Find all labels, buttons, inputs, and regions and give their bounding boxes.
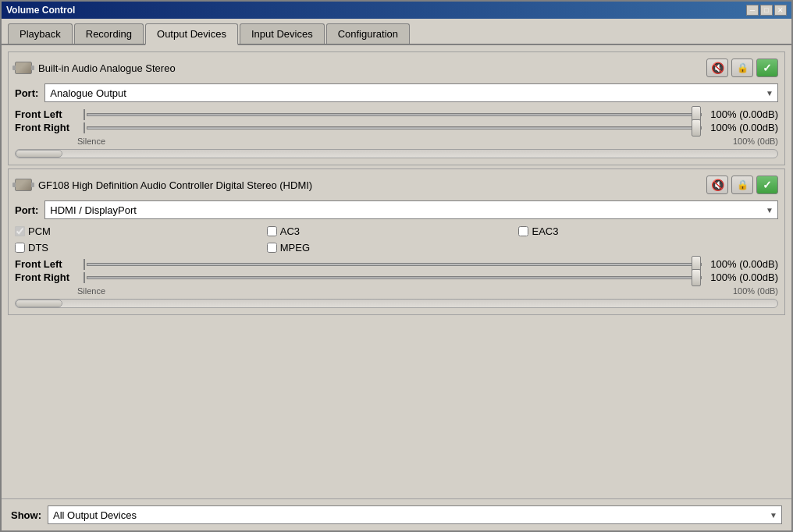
tab-recording[interactable]: Recording — [74, 23, 144, 44]
device-icon-1 — [15, 62, 32, 74]
checkbox-eac3: EAC3 — [518, 225, 770, 237]
titlebar-buttons: ─ □ ✕ — [746, 5, 787, 16]
checkbox-label-mpeg: MPEG — [280, 242, 310, 254]
device-name-2: GF108 High Definition Audio Controller D… — [38, 179, 312, 191]
tab-input-devices[interactable]: Input Devices — [240, 23, 325, 44]
maximize-button[interactable]: □ — [760, 5, 773, 16]
main-window: Volume Control ─ □ ✕ Playback Recording … — [0, 0, 793, 532]
device-name-1: Built-in Audio Analogue Stereo — [38, 62, 176, 74]
checkbox-dts: DTS — [15, 242, 267, 254]
device-controls-2: 🔇 🔒 ✓ — [706, 176, 778, 194]
checkboxes-row-1: PCM AC3 EAC3 — [15, 225, 778, 237]
slider-wrapper-front-right-1 — [84, 126, 702, 129]
device-header-left-2: GF108 High Definition Audio Controller D… — [15, 179, 312, 191]
mute-icon-2: 🔇 — [711, 179, 724, 191]
checkbox-label-ac3: AC3 — [280, 225, 300, 237]
port-select-1[interactable]: Analogue Output — [44, 83, 778, 102]
mute-icon-1: 🔇 — [711, 62, 724, 74]
channel-label-front-left-2: Front Left — [15, 258, 77, 270]
bottom-bar: Show: All Output Devices Hardware Output… — [2, 498, 791, 530]
port-select-wrapper-1: Analogue Output — [44, 83, 778, 102]
show-select-wrapper: All Output Devices Hardware Output Devic… — [48, 505, 782, 524]
checkbox-mpeg: MPEG — [267, 242, 519, 254]
device-section-2: GF108 High Definition Audio Controller D… — [8, 168, 785, 315]
slider-front-left-2[interactable] — [87, 263, 702, 266]
channel-label-front-right-2: Front Right — [15, 271, 77, 283]
channel-label-front-right-1: Front Right — [15, 122, 77, 133]
mute-button-2[interactable]: 🔇 — [706, 176, 728, 194]
scrollbar-2[interactable] — [15, 299, 778, 308]
checkbox-empty — [518, 242, 770, 254]
lock-button-2[interactable]: 🔒 — [731, 176, 753, 194]
checkbox-label-pcm: PCM — [28, 225, 51, 237]
show-select[interactable]: All Output Devices Hardware Output Devic… — [48, 505, 782, 524]
checkbox-ac3: AC3 — [267, 225, 519, 237]
checkbox-label-dts: DTS — [28, 242, 48, 254]
lock-icon-1: 🔒 — [737, 62, 749, 73]
checkbox-input-eac3[interactable] — [518, 226, 528, 236]
device-section-1: Built-in Audio Analogue Stereo 🔇 🔒 ✓ Po — [8, 51, 785, 165]
main-content: Built-in Audio Analogue Stereo 🔇 🔒 ✓ Po — [2, 45, 791, 498]
scrollbar-thumb-1[interactable] — [16, 150, 62, 158]
check-icon-2: ✓ — [763, 179, 772, 191]
device-controls-1: 🔇 🔒 ✓ — [706, 59, 778, 77]
port-row-2: Port: HDMI / DisplayPort — [15, 200, 778, 219]
device-header-2: GF108 High Definition Audio Controller D… — [15, 176, 778, 194]
tab-playback[interactable]: Playback — [8, 23, 73, 44]
window-title: Volume Control — [6, 5, 75, 16]
slider-front-right-2[interactable] — [87, 276, 702, 279]
checkboxes-row-2: DTS MPEG — [15, 242, 778, 254]
device-icon-2 — [15, 179, 32, 191]
tab-bar: Playback Recording Output Devices Input … — [2, 19, 791, 45]
channel-label-front-left-1: Front Left — [15, 108, 77, 120]
checkbox-input-pcm[interactable] — [15, 226, 25, 236]
titlebar: Volume Control ─ □ ✕ — [2, 2, 791, 19]
device-header-left-1: Built-in Audio Analogue Stereo — [15, 62, 176, 74]
max-label-1: 100% (0dB) — [733, 137, 778, 146]
channel-value-front-left-1: 100% (0.00dB) — [708, 108, 778, 120]
scrollbar-1[interactable] — [15, 149, 778, 158]
port-label-1: Port: — [15, 87, 38, 99]
channel-value-front-left-2: 100% (0.00dB) — [708, 258, 778, 270]
slider-wrapper-front-left-1 — [84, 113, 702, 116]
slider-labels-1: Silence 100% (0dB) — [15, 135, 778, 146]
scrollbar-thumb-2[interactable] — [16, 300, 62, 307]
checkbox-input-ac3[interactable] — [267, 226, 277, 236]
slider-wrapper-front-left-2 — [84, 263, 702, 266]
channel-row-front-right-2: Front Right 100% (0.00dB) — [15, 271, 778, 283]
minimize-button[interactable]: ─ — [746, 5, 759, 16]
lock-button-1[interactable]: 🔒 — [731, 59, 753, 77]
slider-front-left-1[interactable] — [87, 113, 702, 116]
active-button-2[interactable]: ✓ — [756, 176, 778, 194]
tab-output-devices[interactable]: Output Devices — [145, 23, 238, 45]
tab-configuration[interactable]: Configuration — [326, 23, 410, 44]
silence-label-2: Silence — [77, 286, 105, 296]
silence-label-1: Silence — [77, 137, 105, 146]
slider-labels-2: Silence 100% (0dB) — [15, 285, 778, 296]
channel-row-front-right-1: Front Right 100% (0.00dB) — [15, 122, 778, 133]
port-select-2[interactable]: HDMI / DisplayPort — [44, 200, 778, 219]
port-row-1: Port: Analogue Output — [15, 83, 778, 102]
channel-value-front-right-2: 100% (0.00dB) — [708, 271, 778, 283]
mute-button-1[interactable]: 🔇 — [706, 59, 728, 77]
slider-front-right-1[interactable] — [87, 126, 702, 129]
checkbox-input-dts[interactable] — [15, 243, 25, 253]
channel-value-front-right-1: 100% (0.00dB) — [708, 122, 778, 133]
lock-icon-2: 🔒 — [737, 179, 749, 190]
show-label: Show: — [11, 509, 41, 521]
port-label-2: Port: — [15, 204, 38, 216]
device-header-1: Built-in Audio Analogue Stereo 🔇 🔒 ✓ — [15, 59, 778, 77]
checkbox-label-eac3: EAC3 — [532, 225, 558, 237]
active-button-1[interactable]: ✓ — [756, 59, 778, 77]
max-label-2: 100% (0dB) — [733, 286, 778, 296]
check-icon-1: ✓ — [763, 62, 772, 74]
slider-wrapper-front-right-2 — [84, 276, 702, 279]
checkbox-input-mpeg[interactable] — [267, 243, 277, 253]
checkbox-pcm: PCM — [15, 225, 267, 237]
port-select-wrapper-2: HDMI / DisplayPort — [44, 200, 778, 219]
close-button[interactable]: ✕ — [774, 5, 787, 16]
